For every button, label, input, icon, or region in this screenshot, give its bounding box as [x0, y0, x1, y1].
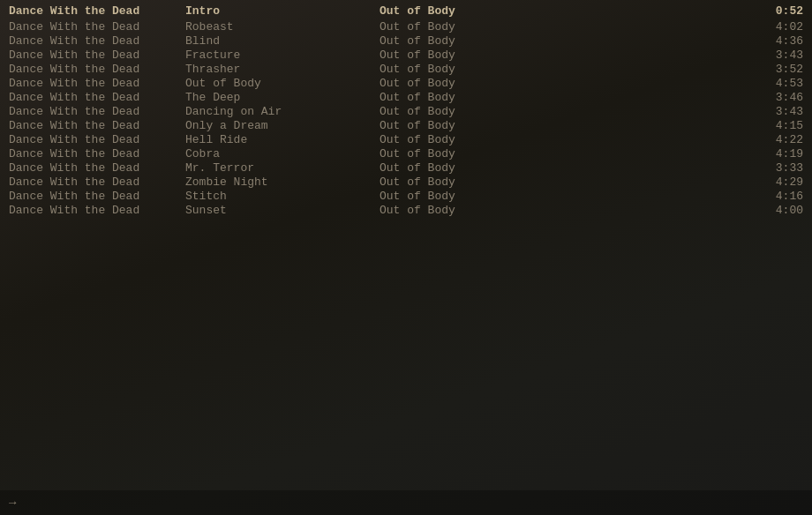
track-album: Out of Body: [380, 20, 750, 34]
table-row[interactable]: Dance With the DeadStitchOut of Body4:16: [0, 189, 812, 203]
track-duration: 4:22: [750, 133, 803, 146]
track-duration: 4:19: [750, 147, 803, 160]
header-artist: Dance With the Dead: [9, 4, 185, 18]
track-album: Out of Body: [380, 34, 750, 48]
track-duration: 4:29: [750, 175, 803, 189]
table-row[interactable]: Dance With the DeadThe DeepOut of Body3:…: [0, 90, 812, 104]
track-title: Robeast: [185, 20, 380, 34]
track-album: Out of Body: [380, 91, 750, 104]
track-artist: Dance With the Dead: [9, 34, 185, 48]
track-title: Mr. Terror: [185, 161, 380, 175]
table-row[interactable]: Dance With the DeadSunsetOut of Body4:00: [0, 203, 812, 217]
track-artist: Dance With the Dead: [9, 190, 185, 203]
track-title: Only a Dream: [185, 119, 380, 132]
table-row[interactable]: Dance With the DeadBlindOut of Body4:36: [0, 34, 812, 48]
header-duration: 0:52: [750, 4, 803, 18]
track-album: Out of Body: [380, 161, 750, 175]
track-album: Out of Body: [380, 204, 750, 217]
track-title: Blind: [185, 34, 380, 48]
track-list-header: Dance With the Dead Intro Out of Body 0:…: [0, 4, 812, 18]
track-album: Out of Body: [380, 77, 750, 90]
header-title: Intro: [185, 4, 380, 18]
track-artist: Dance With the Dead: [9, 77, 185, 90]
track-artist: Dance With the Dead: [9, 175, 185, 189]
track-title: The Deep: [185, 91, 380, 104]
track-artist: Dance With the Dead: [9, 147, 185, 160]
track-artist: Dance With the Dead: [9, 91, 185, 104]
track-artist: Dance With the Dead: [9, 63, 185, 76]
table-row[interactable]: Dance With the DeadFractureOut of Body3:…: [0, 48, 812, 62]
track-title: Thrasher: [185, 63, 380, 76]
track-duration: 4:36: [750, 34, 803, 48]
track-album: Out of Body: [380, 49, 750, 62]
track-duration: 4:00: [750, 204, 803, 217]
track-title: Stitch: [185, 190, 380, 203]
track-album: Out of Body: [380, 105, 750, 118]
track-duration: 3:43: [750, 105, 803, 118]
table-row[interactable]: Dance With the DeadMr. TerrorOut of Body…: [0, 160, 812, 175]
track-list: Dance With the Dead Intro Out of Body 0:…: [0, 0, 812, 220]
track-title: Cobra: [185, 147, 380, 160]
track-artist: Dance With the Dead: [9, 161, 185, 175]
track-artist: Dance With the Dead: [9, 119, 185, 132]
track-title: Out of Body: [185, 77, 380, 90]
track-title: Hell Ride: [185, 133, 380, 146]
table-row[interactable]: Dance With the DeadHell RideOut of Body4…: [0, 132, 812, 146]
track-artist: Dance With the Dead: [9, 49, 185, 62]
track-album: Out of Body: [380, 119, 750, 132]
track-artist: Dance With the Dead: [9, 20, 185, 34]
track-album: Out of Body: [380, 133, 750, 146]
table-row[interactable]: Dance With the DeadDancing on AirOut of …: [0, 104, 812, 118]
track-album: Out of Body: [380, 147, 750, 160]
track-artist: Dance With the Dead: [9, 133, 185, 146]
track-title: Sunset: [185, 204, 380, 217]
table-row[interactable]: Dance With the DeadCobraOut of Body4:19: [0, 146, 812, 160]
track-duration: 3:52: [750, 63, 803, 76]
track-album: Out of Body: [380, 175, 750, 189]
track-artist: Dance With the Dead: [9, 105, 185, 118]
track-duration: 4:53: [750, 77, 803, 90]
track-title: Dancing on Air: [185, 105, 380, 118]
header-album: Out of Body: [380, 4, 750, 18]
track-album: Out of Body: [380, 63, 750, 76]
track-artist: Dance With the Dead: [9, 204, 185, 217]
table-row[interactable]: Dance With the DeadOnly a DreamOut of Bo…: [0, 118, 812, 132]
track-duration: 3:33: [750, 161, 803, 175]
table-row[interactable]: Dance With the DeadOut of BodyOut of Bod…: [0, 76, 812, 90]
arrow-icon: →: [9, 496, 16, 510]
track-duration: 3:43: [750, 49, 803, 62]
track-album: Out of Body: [380, 190, 750, 203]
track-duration: 3:46: [750, 91, 803, 104]
track-title: Zombie Night: [185, 175, 380, 189]
table-row[interactable]: Dance With the DeadRobeastOut of Body4:0…: [0, 19, 812, 34]
track-duration: 4:16: [750, 190, 803, 203]
table-row[interactable]: Dance With the DeadZombie NightOut of Bo…: [0, 175, 812, 189]
track-title: Fracture: [185, 49, 380, 62]
table-row[interactable]: Dance With the DeadThrasherOut of Body3:…: [0, 62, 812, 76]
bottom-bar: →: [0, 490, 812, 515]
track-duration: 4:02: [750, 20, 803, 34]
track-duration: 4:15: [750, 119, 803, 132]
